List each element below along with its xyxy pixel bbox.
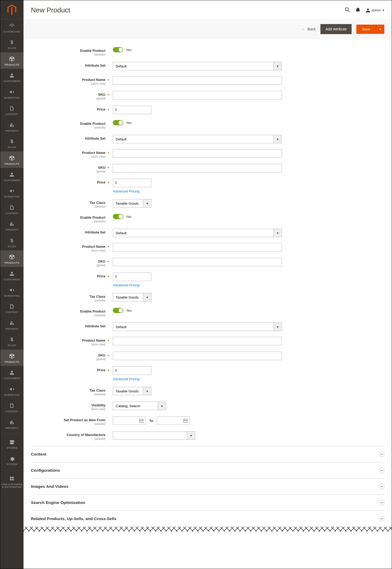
chevron-down-icon[interactable]: ▾ bbox=[143, 199, 151, 208]
product-name-input[interactable] bbox=[113, 243, 282, 251]
advanced-pricing-link[interactable]: Advanced Pricing bbox=[113, 189, 139, 193]
sidebar-item-sales[interactable]: $SALES bbox=[0, 333, 24, 349]
sku-input[interactable] bbox=[113, 258, 282, 266]
chevron-down-icon[interactable] bbox=[379, 500, 384, 505]
sidebar-item-reports[interactable]: REPORTS bbox=[0, 316, 24, 333]
sidebar-item-products[interactable]: PRODUCTS bbox=[0, 52, 24, 69]
currency-symbol: $ bbox=[115, 368, 117, 372]
sku-input[interactable] bbox=[113, 91, 282, 99]
gauge-icon bbox=[1, 23, 22, 29]
country-select[interactable] bbox=[113, 431, 187, 440]
sidebar-item-label: MARKETING bbox=[1, 195, 22, 198]
sku-input[interactable] bbox=[113, 164, 282, 172]
chevron-down-icon[interactable]: ▾ bbox=[143, 293, 151, 301]
add-attribute-button[interactable]: Add Attribute bbox=[320, 24, 352, 34]
price-input[interactable] bbox=[113, 106, 151, 114]
enable-product-toggle[interactable] bbox=[113, 120, 123, 125]
field-label: Product Name*[store view] bbox=[31, 243, 113, 252]
sidebar-item-customers[interactable]: CUSTOMERS bbox=[0, 69, 24, 85]
sidebar-item-products[interactable]: PRODUCTS bbox=[0, 152, 24, 168]
tax-class-select[interactable] bbox=[113, 199, 143, 208]
sidebar-item-customers[interactable]: CUSTOMERS bbox=[0, 168, 24, 184]
sidebar-item-reports[interactable]: REPORTS bbox=[0, 416, 24, 432]
sidebar-item-content[interactable]: CONTENT bbox=[0, 102, 24, 118]
sidebar-item-marketing[interactable]: MARKETING bbox=[0, 383, 24, 399]
sidebar-item-marketing[interactable]: MARKETING bbox=[0, 283, 24, 300]
field-label: Price* bbox=[31, 106, 113, 111]
enable-product-toggle[interactable] bbox=[113, 214, 123, 219]
product-name-input[interactable] bbox=[113, 337, 282, 345]
sidebar-item-label: PRODUCTS bbox=[1, 261, 22, 264]
bell-icon[interactable] bbox=[356, 7, 360, 13]
section-content[interactable]: Content bbox=[31, 446, 384, 462]
field-label: Price* bbox=[31, 366, 113, 372]
chevron-down-icon[interactable]: ▾ bbox=[273, 62, 282, 70]
sidebar-item-reports[interactable]: REPORTS bbox=[0, 118, 24, 135]
calendar-icon[interactable] bbox=[183, 418, 188, 424]
sidebar-item-marketing[interactable]: MARKETING bbox=[0, 85, 24, 102]
chevron-down-icon[interactable]: ▾ bbox=[273, 135, 282, 143]
sidebar-item-marketing[interactable]: MARKETING bbox=[0, 184, 24, 201]
attribute-set-select[interactable] bbox=[113, 62, 273, 70]
field-label: Price* bbox=[31, 179, 113, 184]
enable-product-toggle[interactable] bbox=[113, 308, 123, 313]
sidebar-item-sales[interactable]: $SALES bbox=[0, 234, 24, 250]
visibility-select[interactable] bbox=[113, 402, 158, 410]
sidebar-item-products[interactable]: PRODUCTS bbox=[0, 350, 24, 366]
chevron-down-icon[interactable]: ▾ bbox=[273, 323, 282, 331]
field-label: SKU*[global] bbox=[31, 164, 113, 173]
sidebar-item-content[interactable]: CONTENT bbox=[0, 399, 24, 415]
sidebar-item-label: SYSTEM bbox=[1, 463, 22, 466]
date-from-input[interactable] bbox=[113, 416, 146, 425]
sidebar-item-products[interactable]: PRODUCTS bbox=[0, 250, 24, 267]
advanced-pricing-link[interactable]: Advanced Pricing bbox=[113, 377, 139, 381]
sidebar-item-stores[interactable]: STORES bbox=[0, 435, 24, 452]
sidebar-item-customers[interactable]: CUSTOMERS bbox=[0, 366, 24, 382]
chevron-down-icon[interactable]: ▾ bbox=[273, 229, 282, 237]
attribute-set-select[interactable] bbox=[113, 323, 273, 331]
price-input[interactable] bbox=[113, 179, 151, 187]
product-name-input[interactable] bbox=[113, 149, 282, 158]
sku-input[interactable] bbox=[113, 352, 282, 360]
sidebar-item-dashboard[interactable]: DASHBOARD bbox=[0, 19, 24, 36]
magento-logo[interactable] bbox=[0, 0, 24, 19]
section-search-engine-optimization[interactable]: Search Engine Optimization bbox=[31, 494, 384, 511]
sidebar-item-system[interactable]: SYSTEM bbox=[0, 452, 24, 468]
tax-class-select[interactable] bbox=[113, 293, 143, 301]
attribute-set-select[interactable] bbox=[113, 229, 273, 237]
advanced-pricing-link[interactable]: Advanced Pricing bbox=[113, 283, 139, 287]
sidebar-item-sales[interactable]: $SALES bbox=[0, 36, 24, 52]
save-dropdown-icon[interactable]: ▾ bbox=[376, 25, 384, 34]
chevron-down-icon[interactable]: ▾ bbox=[143, 387, 151, 395]
sidebar-item-label: REPORTS bbox=[1, 427, 22, 429]
sidebar-item-customers[interactable]: CUSTOMERS bbox=[0, 267, 24, 283]
back-button[interactable]: ← Back bbox=[302, 27, 316, 31]
chevron-down-icon[interactable] bbox=[379, 516, 384, 521]
sidebar-item-reports[interactable]: REPORTS bbox=[0, 217, 24, 234]
save-button[interactable]: Save ▾ bbox=[356, 25, 384, 34]
tax-class-select[interactable] bbox=[113, 387, 143, 395]
sidebar-item-find-partners-extensions[interactable]: FIND PARTNERS & EXTENSIONS bbox=[0, 472, 24, 491]
sidebar-item-content[interactable]: CONTENT bbox=[0, 300, 24, 316]
price-input[interactable] bbox=[113, 273, 151, 281]
section-configurations[interactable]: Configurations bbox=[31, 462, 384, 478]
section-related-products-up-sells-and-cross-sells[interactable]: Related Products, Up-Sells, and Cross-Se… bbox=[31, 511, 384, 527]
search-icon[interactable] bbox=[345, 7, 350, 13]
section-images-and-videos[interactable]: Images And Videos bbox=[31, 478, 384, 494]
price-input[interactable] bbox=[113, 366, 151, 375]
sidebar-item-sales[interactable]: $SALES bbox=[0, 135, 24, 151]
chevron-down-icon[interactable]: ▾ bbox=[187, 431, 195, 440]
chevron-down-icon[interactable] bbox=[379, 452, 384, 457]
attribute-set-select[interactable] bbox=[113, 135, 273, 143]
calendar-icon[interactable] bbox=[139, 418, 144, 424]
date-to-input[interactable] bbox=[157, 416, 190, 425]
user-menu[interactable]: admin ▾ bbox=[366, 8, 384, 12]
chevron-down-icon[interactable] bbox=[379, 484, 384, 489]
svg-text:$: $ bbox=[11, 337, 13, 342]
chevron-down-icon[interactable] bbox=[379, 468, 384, 473]
chevron-down-icon[interactable]: ▾ bbox=[158, 402, 166, 410]
enable-product-toggle[interactable] bbox=[113, 47, 123, 52]
sidebar-item-content[interactable]: CONTENT bbox=[0, 201, 24, 217]
product-name-input[interactable] bbox=[113, 76, 282, 85]
field-label: Enable Product[website] bbox=[31, 120, 113, 129]
